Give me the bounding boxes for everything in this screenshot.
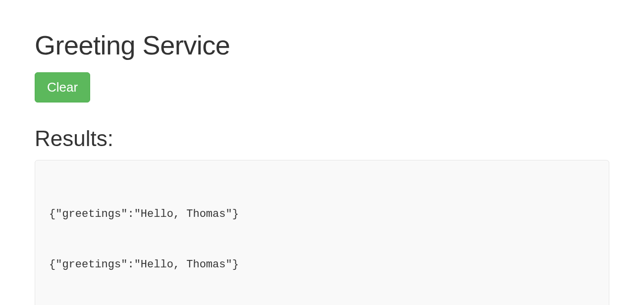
result-line: {"greetings":"Hello, Thomas"} (49, 206, 595, 223)
results-heading: Results: (35, 126, 609, 151)
clear-button[interactable]: Clear (35, 72, 90, 102)
results-box: {"greetings":"Hello, Thomas"} {"greeting… (35, 160, 609, 305)
page-title: Greeting Service (35, 30, 609, 60)
main-container: Greeting Service Clear Results: {"greeti… (0, 0, 644, 305)
result-line: {"greetings":"Hello, Thomas"} (49, 256, 595, 273)
